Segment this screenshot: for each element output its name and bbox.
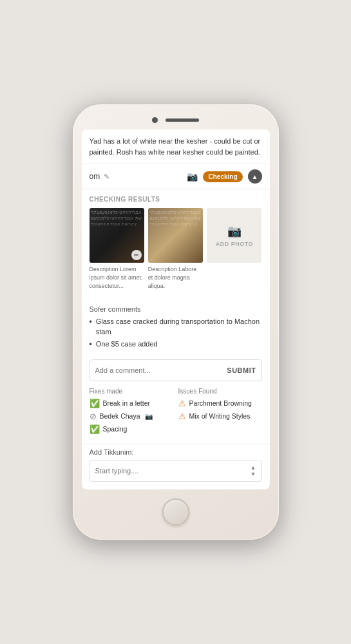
note-bar: Yad has a lot of white near the kesher -…	[82, 129, 270, 164]
photo-thumb-1[interactable]: אבגדהוזחטיכלמנסעפצקרשת אבגדהוזחטי כלמנסע…	[90, 208, 144, 263]
check-icon-2: ✅	[90, 424, 100, 434]
checking-results-section: CHECKING RESULTS אבגדהוזחטיכלמנסעפצקרשת …	[82, 189, 270, 301]
fix-item-2: ⊘ Bedek Chaya 📷	[90, 412, 173, 421]
sofer-comment-text-1: Glass case cracked during transportation…	[96, 317, 262, 337]
photo-item-2[interactable]: אבגדהוזחטיכלמנסעפצקרשת אבגדהוזחטי כלמנסע…	[148, 208, 203, 290]
tikkunim-input[interactable]	[95, 460, 251, 481]
fix-item-3: ✅ Spacing	[90, 424, 173, 434]
edit-icon[interactable]: ✎	[104, 173, 109, 181]
submit-button[interactable]: SUBMIT	[227, 366, 256, 374]
photo-item-1[interactable]: אבגדהוזחטיכלמנסעפצקרשת אבגדהוזחטי כלמנסע…	[90, 208, 144, 290]
camera-icon[interactable]: 📷	[187, 171, 198, 182]
comment-input[interactable]	[95, 360, 227, 381]
collapse-button[interactable]: ▲	[248, 169, 262, 184]
fixes-title: Fixes made	[90, 388, 173, 395]
photo-item-add[interactable]: 📷 ADD PHOTO	[207, 208, 261, 290]
home-button[interactable]	[162, 498, 189, 526]
fix-label-3: Spacing	[103, 425, 128, 433]
issue-label-1: Parchment Browning	[189, 399, 252, 407]
tikkunim-section: Add Tikkunim: ▲ ▼	[82, 444, 270, 489]
issues-title: Issues Found	[178, 388, 262, 395]
issue-label-2: Mix of Writing Styles	[189, 412, 251, 420]
chevron-up-icon: ▲	[252, 173, 258, 180]
photo-row: אבגדהוזחטיכלמנסעפצקרשת אבגדהוזחטי כלמנסע…	[90, 208, 262, 290]
phone-bottom-bar	[82, 489, 270, 531]
photo-thumb-2[interactable]: אבגדהוזחטיכלמנסעפצקרשת אבגדהוזחטי כלמנסע…	[148, 208, 203, 263]
phone-frame: Yad has a lot of white near the kesher -…	[73, 104, 279, 540]
sofer-comment-2: • One $5 case added	[90, 339, 262, 350]
bullet-2: •	[90, 339, 92, 350]
sofer-comment-text-2: One $5 case added	[96, 339, 158, 349]
sofer-comments-section: Sofer comments • Glass case cracked duri…	[82, 301, 270, 359]
comment-input-row: SUBMIT	[90, 359, 262, 381]
add-photo-label: ADD PHOTO	[216, 241, 253, 247]
fix-label-2: Bedek Chaya	[100, 412, 140, 420]
stepper-arrows[interactable]: ▲ ▼	[251, 464, 256, 477]
issue-item-2: ⚠ Mix of Writing Styles	[178, 412, 262, 421]
warning-icon-2: ⚠	[178, 412, 186, 421]
tikkunim-label: Add Tikkunim:	[90, 448, 262, 456]
warning-icon-1: ⚠	[178, 399, 186, 408]
camera-tiny-icon: 📷	[145, 413, 153, 420]
checking-badge: Checking	[203, 171, 242, 182]
arrow-down-icon[interactable]: ▼	[251, 471, 256, 477]
phone-screen: Yad has a lot of white near the kesher -…	[82, 129, 270, 489]
speaker	[166, 118, 199, 122]
photo-caption-1: Description Lorem ipsum dolor sit amet, …	[90, 265, 144, 290]
fix-item-1: ✅ Break in a letter	[90, 399, 173, 408]
header-bar: om ✎ 📷 Checking ▲	[82, 164, 270, 189]
photo-overlay-2: אבגדהוזחטיכלמנסעפצקרשת אבגדהוזחטי כלמנסע…	[148, 208, 203, 263]
issues-column: Issues Found ⚠ Parchment Browning ⚠ Mix …	[178, 388, 262, 437]
fixes-column: Fixes made ✅ Break in a letter ⊘ Bedek C…	[90, 388, 173, 437]
phone-top-bar	[82, 113, 270, 129]
note-text: Yad has a lot of white near the kesher -…	[90, 136, 262, 157]
issue-item-1: ⚠ Parchment Browning	[178, 399, 262, 408]
checking-results-title: CHECKING RESULTS	[90, 196, 262, 203]
name-partial: om	[90, 172, 100, 181]
fixes-issues-section: Fixes made ✅ Break in a letter ⊘ Bedek C…	[82, 388, 270, 444]
tikkunim-input-row: ▲ ▼	[90, 460, 262, 482]
photo-thumb-add[interactable]: 📷 ADD PHOTO	[207, 208, 261, 263]
arrow-up-icon[interactable]: ▲	[251, 464, 256, 471]
front-camera	[152, 117, 158, 123]
sofer-comments-label: Sofer comments	[90, 305, 262, 313]
add-photo-icon: 📷	[227, 224, 242, 238]
photo-caption-2: Description Labore et dolore magna aliqu…	[148, 265, 203, 290]
fix-label-1: Break in a letter	[103, 399, 151, 407]
header-right: 📷 Checking ▲	[187, 169, 261, 184]
circle-icon: ⊘	[90, 412, 97, 421]
sofer-comment-1: • Glass case cracked during transportati…	[90, 317, 262, 337]
header-left: om ✎	[90, 172, 110, 181]
check-icon-1: ✅	[90, 399, 100, 408]
bullet-1: •	[90, 317, 92, 328]
